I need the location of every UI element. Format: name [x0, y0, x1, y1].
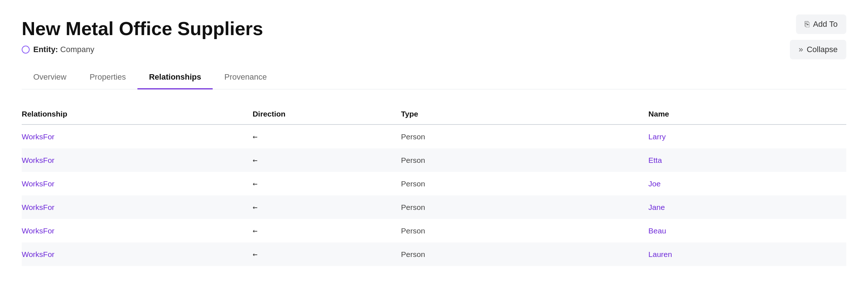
cell-direction: ←: [252, 148, 401, 172]
cell-direction: ←: [252, 195, 401, 219]
cell-direction: ←: [252, 242, 401, 266]
add-to-button[interactable]: ⎘ Add To: [796, 14, 846, 34]
relationship-link[interactable]: WorksFor: [22, 156, 55, 164]
page-container: New Metal Office Suppliers Entity: Compa…: [0, 0, 868, 304]
cell-name[interactable]: Jane: [648, 195, 846, 219]
direction-arrow-icon: ←: [252, 132, 257, 141]
header-section: New Metal Office Suppliers Entity: Compa…: [22, 17, 846, 54]
direction-arrow-icon: ←: [252, 179, 257, 188]
cell-type: Person: [401, 124, 648, 148]
direction-arrow-icon: ←: [252, 156, 257, 165]
relationship-link[interactable]: WorksFor: [22, 180, 55, 188]
cell-name[interactable]: Larry: [648, 124, 846, 148]
table-row: WorksFor←PersonLarry: [22, 124, 846, 148]
relationship-link[interactable]: WorksFor: [22, 203, 55, 211]
tab-properties[interactable]: Properties: [78, 66, 137, 89]
page-title: New Metal Office Suppliers: [22, 17, 846, 40]
table-row: WorksFor←PersonLauren: [22, 242, 846, 266]
add-to-icon: ⎘: [805, 20, 809, 29]
tabs-section: Overview Properties Relationships Proven…: [22, 66, 846, 89]
cell-type: Person: [401, 172, 648, 195]
top-actions: ⎘ Add To » Collapse: [790, 14, 846, 59]
col-header-relationship: Relationship: [22, 104, 252, 124]
direction-arrow-icon: ←: [252, 250, 257, 259]
collapse-button[interactable]: » Collapse: [790, 40, 846, 59]
cell-direction: ←: [252, 219, 401, 242]
col-header-type: Type: [401, 104, 648, 124]
collapse-icon: »: [799, 45, 803, 54]
relationship-link[interactable]: WorksFor: [22, 227, 55, 235]
cell-relationship[interactable]: WorksFor: [22, 124, 252, 148]
col-header-direction: Direction: [252, 104, 401, 124]
name-link[interactable]: Etta: [648, 156, 662, 164]
name-link[interactable]: Jane: [648, 203, 665, 211]
cell-type: Person: [401, 195, 648, 219]
entity-badge: Entity: Company: [22, 45, 846, 54]
direction-arrow-icon: ←: [252, 226, 257, 235]
cell-type: Person: [401, 148, 648, 172]
table-section: Relationship Direction Type Name WorksFo…: [22, 104, 846, 266]
cell-type: Person: [401, 242, 648, 266]
cell-name[interactable]: Joe: [648, 172, 846, 195]
cell-relationship[interactable]: WorksFor: [22, 219, 252, 242]
tab-overview[interactable]: Overview: [22, 66, 78, 89]
cell-type: Person: [401, 219, 648, 242]
direction-arrow-icon: ←: [252, 203, 257, 212]
table-row: WorksFor←PersonJane: [22, 195, 846, 219]
table-row: WorksFor←PersonJoe: [22, 172, 846, 195]
collapse-label: Collapse: [807, 45, 838, 54]
cell-relationship[interactable]: WorksFor: [22, 148, 252, 172]
table-header-row: Relationship Direction Type Name: [22, 104, 846, 124]
add-to-label: Add To: [813, 20, 838, 29]
entity-label: Entity: Company: [33, 45, 94, 54]
relationship-link[interactable]: WorksFor: [22, 132, 55, 141]
cell-relationship[interactable]: WorksFor: [22, 172, 252, 195]
col-header-name: Name: [648, 104, 846, 124]
cell-name[interactable]: Etta: [648, 148, 846, 172]
name-link[interactable]: Larry: [648, 132, 666, 141]
tab-relationships[interactable]: Relationships: [137, 66, 213, 89]
cell-name[interactable]: Beau: [648, 219, 846, 242]
cell-direction: ←: [252, 172, 401, 195]
cell-relationship[interactable]: WorksFor: [22, 242, 252, 266]
table-row: WorksFor←PersonBeau: [22, 219, 846, 242]
relationship-link[interactable]: WorksFor: [22, 250, 55, 258]
relationships-table: Relationship Direction Type Name WorksFo…: [22, 104, 846, 266]
entity-circle-icon: [22, 46, 30, 54]
table-row: WorksFor←PersonEtta: [22, 148, 846, 172]
cell-relationship[interactable]: WorksFor: [22, 195, 252, 219]
cell-name[interactable]: Lauren: [648, 242, 846, 266]
name-link[interactable]: Beau: [648, 227, 666, 235]
tab-provenance[interactable]: Provenance: [213, 66, 278, 89]
name-link[interactable]: Joe: [648, 180, 661, 188]
cell-direction: ←: [252, 124, 401, 148]
name-link[interactable]: Lauren: [648, 250, 672, 258]
